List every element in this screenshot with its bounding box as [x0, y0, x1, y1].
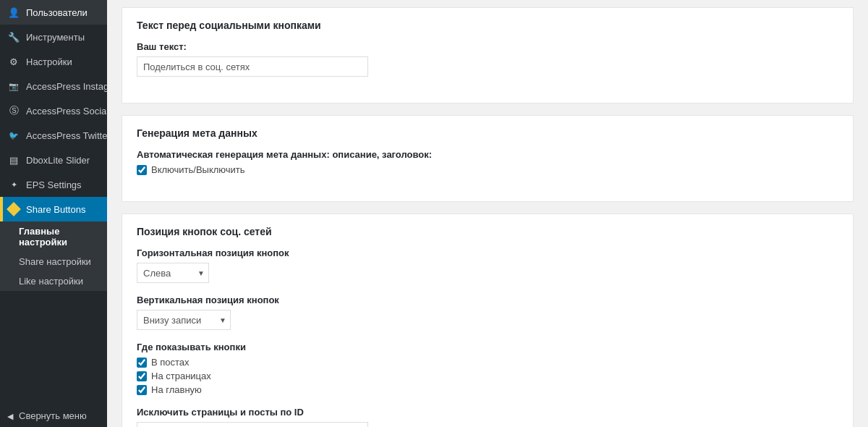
horizontal-select[interactable]: Слева По центру Справа — [137, 263, 209, 283]
show-home-label: На главную — [151, 384, 202, 395]
submenu-item-share-settings[interactable]: Share настройки — [0, 252, 107, 271]
sidebar-label-tools: Инструменты — [26, 32, 85, 43]
text-before-title: Текст перед социальными кнопками — [137, 20, 838, 31]
position-title: Позиция кнопок соц. сетей — [137, 226, 838, 237]
diamond-icon — [7, 203, 20, 216]
camera-icon — [7, 80, 20, 93]
show-pages-row: На страницах — [137, 371, 838, 381]
sidebar-label-users: Пользователи — [26, 7, 88, 18]
sidebar-label-instagram: AccessPress Instagram Feed — [26, 81, 107, 92]
show-home-checkbox[interactable] — [137, 385, 147, 395]
your-text-input[interactable] — [137, 56, 368, 77]
sidebar-item-share[interactable]: Share Buttons — [0, 197, 107, 221]
vertical-select-wrapper: Внизу записи Вверху записи Вверху и вниз… — [137, 310, 231, 330]
submenu-item-main-settings[interactable]: Главные настройки — [0, 221, 107, 252]
sidebar-label-slider: DboxLite Slider — [26, 155, 90, 166]
sidebar-item-tools[interactable]: Инструменты — [0, 25, 107, 49]
show-buttons-section: Где показывать кнопки В постах На страни… — [137, 342, 838, 395]
meta-checkbox-label: Включить/Выключить — [151, 164, 245, 175]
show-label: Где показывать кнопки — [137, 342, 838, 352]
show-posts-row: В постах — [137, 357, 838, 368]
horizontal-label: Горизонтальная позиция кнопок — [137, 248, 838, 258]
sidebar-item-social-icons[interactable]: AccessPress Social Icons — [0, 98, 107, 123]
show-home-row: На главную — [137, 384, 838, 395]
position-section: Позиция кнопок соц. сетей Горизонтальная… — [122, 214, 854, 427]
text-before-section: Текст перед социальными кнопками Ваш тек… — [122, 7, 854, 103]
circle-s-icon — [7, 104, 20, 117]
meta-checkbox[interactable] — [137, 165, 147, 175]
show-pages-label: На страницах — [151, 371, 211, 381]
wrench-icon — [7, 30, 20, 43]
sidebar: Пользователи Инструменты Настройки Acces… — [0, 0, 107, 427]
meta-auto-label: Автоматическая генерация мета данных: оп… — [137, 149, 838, 160]
exclude-label: Исключить страницы и посты по ID — [137, 407, 838, 418]
sidebar-item-eps[interactable]: EPS Settings — [0, 172, 107, 197]
sidebar-item-twitter[interactable]: AccessPress Twitter Feed — [0, 123, 107, 148]
eps-icon — [7, 178, 20, 191]
vertical-select[interactable]: Внизу записи Вверху записи Вверху и вниз… — [137, 310, 231, 330]
collapse-label: Свернуть меню — [19, 410, 87, 421]
submenu: Главные настройки Share настройки Like н… — [0, 221, 107, 291]
meta-checkbox-row: Включить/Выключить — [137, 164, 838, 175]
show-posts-label: В постах — [151, 357, 190, 368]
sidebar-label-settings: Настройки — [26, 56, 72, 67]
sidebar-label-eps: EPS Settings — [26, 179, 82, 190]
submenu-item-like-settings[interactable]: Like настройки — [0, 271, 107, 291]
collapse-icon — [7, 410, 13, 421]
collapse-menu-button[interactable]: Свернуть меню — [0, 405, 107, 427]
exclude-input[interactable] — [137, 422, 368, 427]
sidebar-item-settings[interactable]: Настройки — [0, 49, 107, 74]
settings-icon — [7, 55, 20, 68]
slider-icon — [7, 153, 20, 166]
show-pages-checkbox[interactable] — [137, 371, 147, 381]
meta-title: Генерация мета данных — [137, 127, 838, 139]
sidebar-label-social-icons: AccessPress Social Icons — [26, 106, 107, 117]
main-content: Текст перед социальными кнопками Ваш тек… — [107, 0, 868, 427]
sidebar-item-instagram[interactable]: AccessPress Instagram Feed — [0, 74, 107, 98]
horizontal-select-wrapper: Слева По центру Справа ▼ — [137, 263, 209, 283]
sidebar-label-share: Share Buttons — [26, 204, 85, 215]
sidebar-item-users[interactable]: Пользователи — [0, 0, 107, 25]
meta-section: Генерация мета данных Автоматическая ген… — [122, 115, 854, 202]
twitter-icon — [7, 129, 20, 142]
sidebar-label-twitter: AccessPress Twitter Feed — [26, 130, 107, 141]
person-icon — [7, 6, 20, 19]
your-text-label: Ваш текст: — [137, 41, 838, 52]
show-posts-checkbox[interactable] — [137, 358, 147, 368]
vertical-label: Вертикальная позиция кнопок — [137, 295, 838, 305]
sidebar-item-slider[interactable]: DboxLite Slider — [0, 148, 107, 172]
